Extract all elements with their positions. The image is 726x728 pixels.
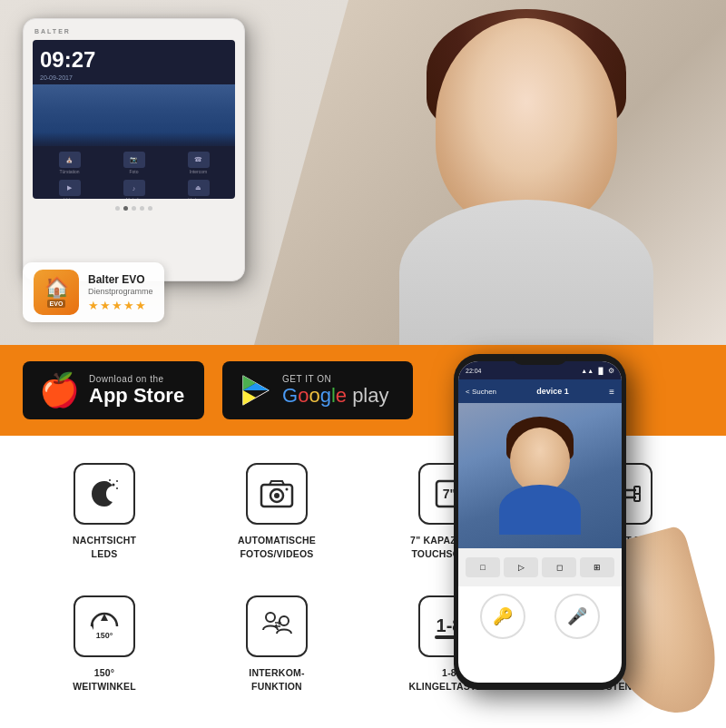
interkom-icon <box>257 606 297 646</box>
woman-body <box>399 200 653 345</box>
device-icon-sq: ▶ <box>59 180 81 196</box>
device-dot-2 <box>123 206 128 211</box>
automatische-icon-box <box>246 463 308 525</box>
nachtsicht-icon-box <box>74 463 135 525</box>
nachtsicht-icon <box>84 474 124 514</box>
svg-point-22 <box>266 613 275 622</box>
google-store-line2: Google play <box>282 385 389 407</box>
svg-text:150°: 150° <box>96 631 113 640</box>
apple-icon: 🍎 <box>39 374 80 407</box>
device-page-dots <box>33 206 235 211</box>
device-icon-label: Verlassen <box>189 197 209 199</box>
app-evo-label: EVO <box>47 300 66 308</box>
device-icon-melodie: ♪ Melodie <box>103 178 165 199</box>
device-frame: BALTER 09:27 20-09-2017 ⛪ Türstation 📷 F… <box>23 18 245 281</box>
phone-key-button[interactable]: 🔑 <box>480 594 525 639</box>
phone-notch <box>513 354 567 365</box>
interkom-icon-box <box>246 595 308 657</box>
apple-store-line2: App Store <box>89 385 184 407</box>
phone-ctrl-2[interactable]: ▷ <box>504 557 538 577</box>
doorbell-person-face <box>510 428 570 493</box>
google-play-icon <box>239 373 273 408</box>
phone-video-feed <box>458 403 622 548</box>
device-icon-label: Video <box>64 197 75 199</box>
phone-back-label: < Suchen <box>466 388 496 396</box>
svg-point-8 <box>109 479 111 481</box>
doorbell-person-body <box>499 485 581 535</box>
device-brand: BALTER <box>33 28 235 34</box>
phone-screen: 22:04 ▲▲ ▐▌ ⚙ < Suchen device 1 ≡ <box>458 361 622 683</box>
device-icon-label: Türstation <box>59 169 79 174</box>
google-store-line1: GET IT ON <box>282 374 389 384</box>
phone-menu-icon[interactable]: ≡ <box>609 387 614 397</box>
intercom-device: BALTER 09:27 20-09-2017 ⛪ Türstation 📷 F… <box>23 18 245 281</box>
svg-point-23 <box>280 616 289 625</box>
phone-frame: 22:04 ▲▲ ▐▌ ⚙ < Suchen device 1 ≡ <box>454 354 626 690</box>
feature-weitwinkel: 150° 150° WEITWINKEL <box>18 582 191 714</box>
app-stars: ★★★★★ <box>88 299 153 312</box>
device-icon-intercom: ☎ Intercom <box>167 150 230 176</box>
nachtsicht-label: NACHTSICHT LEDs <box>73 534 136 560</box>
wifi-icon: ▲▲ <box>581 368 594 374</box>
apple-store-line1: Download on the <box>89 374 184 384</box>
device-dot-5 <box>148 206 152 211</box>
device-icon-verlassen: ⏏ Verlassen <box>167 178 230 199</box>
svg-point-7 <box>116 487 118 489</box>
camera-icon <box>257 474 297 514</box>
doorbell-person <box>499 417 581 535</box>
phone-ctrl-1[interactable]: □ <box>466 557 500 577</box>
interkom-label: INTERKOM- FUNKTION <box>249 666 304 693</box>
weitwinkel-label: 150° WEITWINKEL <box>73 666 136 693</box>
apple-store-text: Download on the App Store <box>89 374 184 407</box>
weitwinkel-icon: 150° <box>84 606 124 646</box>
device-icon-sq: ⏏ <box>188 180 210 196</box>
svg-marker-4 <box>243 390 256 405</box>
app-store-button[interactable]: 🍎 Download on the App Store <box>23 361 204 419</box>
battery-icon: ▐▌ <box>596 368 605 374</box>
app-icon: 🏠 EVO <box>34 270 79 315</box>
device-dot-4 <box>140 206 144 211</box>
phone-app-header: < Suchen device 1 ≡ <box>458 379 622 403</box>
feature-nachtsicht: NACHTSICHT LEDs <box>18 449 191 582</box>
phone-ctrl-3[interactable]: ◻ <box>542 557 576 577</box>
settings-icon: ⚙ <box>608 367 614 375</box>
phone-status-icons: ▲▲ ▐▌ ⚙ <box>581 367 614 375</box>
device-icons-grid: ⛪ Türstation 📷 Foto ☎ Intercom ▶ <box>33 146 235 199</box>
google-play-button[interactable]: GET IT ON Google play <box>222 361 413 419</box>
phone-time: 22:04 <box>466 368 482 374</box>
device-icon-turstation: ⛪ Türstation <box>38 150 101 176</box>
device-dot-3 <box>132 206 136 211</box>
device-landscape-image <box>33 84 235 146</box>
device-icon-foto: 📷 Foto <box>103 150 165 176</box>
feature-interkom: INTERKOM- FUNKTION <box>191 582 363 714</box>
app-subtitle: Dienstprogramme <box>88 287 153 296</box>
app-name: Balter EVO <box>88 273 153 286</box>
device-icon-sq: ♪ <box>123 180 145 196</box>
app-house-icon: 🏠 <box>44 278 69 298</box>
phone-action-controls: 🔑 🎤 <box>458 586 622 646</box>
svg-point-5 <box>113 484 115 487</box>
device-date: 20-09-2017 <box>33 73 235 84</box>
device-icon-sq: ⛪ <box>59 152 81 168</box>
device-time: 09:27 <box>33 40 235 73</box>
device-icon-sq: ☎ <box>188 152 210 168</box>
device-icon-sq: 📷 <box>123 152 145 168</box>
phone-controls-bar: □ ▷ ◻ ⊞ <box>458 548 622 586</box>
automatische-label: AUTOMATISCHE FOTOS/VIDEOS <box>238 534 316 560</box>
weitwinkel-icon-box: 150° <box>74 595 135 657</box>
woman-head <box>436 18 617 227</box>
svg-point-6 <box>116 480 118 482</box>
device-icon-video: ▶ Video <box>38 178 101 199</box>
device-icon-label: Melodie <box>126 197 142 199</box>
google-store-text: GET IT ON Google play <box>282 374 389 407</box>
phone-ctrl-4[interactable]: ⊞ <box>580 557 614 577</box>
feature-automatische: AUTOMATISCHE FOTOS/VIDEOS <box>191 449 363 582</box>
phone-mic-button[interactable]: 🎤 <box>554 594 600 639</box>
device-icon-label: Foto <box>129 169 138 174</box>
phone-device-name: device 1 <box>536 387 569 396</box>
app-info: Balter EVO Dienstprogramme ★★★★★ <box>88 273 153 312</box>
app-rating-badge: 🏠 EVO Balter EVO Dienstprogramme ★★★★★ <box>23 262 164 322</box>
orange-section: 🍎 Download on the App Store GET IT ON Go… <box>0 345 726 436</box>
phone-mockup-container: 22:04 ▲▲ ▐▌ ⚙ < Suchen device 1 ≡ <box>454 336 708 717</box>
top-section: BALTER 09:27 20-09-2017 ⛪ Türstation 📷 F… <box>0 0 726 345</box>
